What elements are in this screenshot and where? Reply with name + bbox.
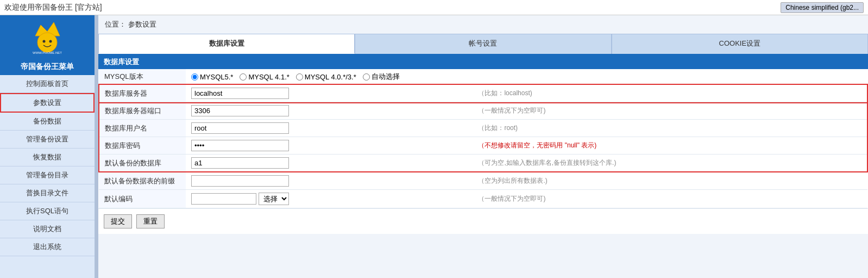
db-password-hint: （不想修改请留空，无密码用 "null" 表示) — [473, 137, 867, 155]
db-user-label: 数据库用户名 — [99, 120, 186, 137]
sidebar-item-manage-backup[interactable]: 管理备份设置 — [0, 131, 95, 149]
language-button[interactable]: Chinese simplified (gb2... — [781, 2, 864, 13]
db-host-row: 数据库服务器 （比如：localhost) — [99, 85, 867, 102]
db-password-label: 数据库密码 — [99, 137, 186, 155]
top-bar: 欢迎使用帝国备份王 [官方站] Chinese simplified (gb2.… — [0, 0, 868, 15]
db-port-input-cell — [186, 102, 473, 120]
db-password-input-cell — [186, 137, 473, 155]
page-title: 欢迎使用帝国备份王 [官方站] — [4, 3, 102, 13]
db-name-hint: （可为空,如输入数据库名,备份直接转到这个库.) — [473, 155, 867, 172]
sidebar-item-backup-dir[interactable]: 管理备份目录 — [0, 166, 95, 184]
charset-label: 默认编码 — [99, 190, 186, 208]
db-user-row: 数据库用户名 （比如：root) — [99, 120, 867, 137]
table-prefix-hint: （空为列出所有数据表.) — [473, 172, 867, 190]
mysql5-label: MYSQL5.* — [200, 73, 233, 81]
mysql-version-row: MYSQL版本 MYSQL5.* MYSQL 4.1.* — [99, 69, 867, 85]
table-prefix-input-cell — [186, 172, 473, 190]
db-port-input[interactable] — [191, 105, 289, 116]
submit-button[interactable]: 提交 — [104, 214, 132, 228]
mysql5-radio[interactable] — [191, 73, 198, 81]
sidebar-item-home[interactable]: 控制面板首页 — [0, 75, 95, 93]
db-password-row: 数据库密码 （不想修改请留空，无密码用 "null" 表示) — [99, 137, 867, 155]
layout: WWW.PHOME.NET 帝国备份王菜单 控制面板首页 参数设置 备份数据 管… — [0, 15, 868, 278]
form-area: 数据库设置 MYSQL版本 MYSQL5.* MYSQL — [98, 55, 868, 234]
submit-area: 提交 重置 — [98, 208, 868, 234]
sidebar-item-params[interactable]: 参数设置 — [0, 93, 95, 113]
charset-hint: （一般情况下为空即可) — [473, 190, 867, 208]
charset-select[interactable]: 选择 — [259, 193, 289, 205]
mysql-auto-label: 自动选择 — [372, 72, 400, 82]
db-password-input[interactable] — [191, 140, 289, 151]
sidebar-item-docs[interactable]: 说明文档 — [0, 220, 95, 238]
main-content: 位置： 参数设置 数据库设置 帐号设置 COOKIE设置 数据库设置 MYSQL… — [98, 15, 868, 278]
mysql41-option[interactable]: MYSQL 4.1.* — [240, 73, 289, 81]
table-prefix-input[interactable] — [191, 175, 289, 187]
mysql-version-radio-group: MYSQL5.* MYSQL 4.1.* MYSQL 4.0.*/3.* — [191, 72, 862, 82]
tab-account[interactable]: 帐号设置 — [355, 34, 611, 54]
mysql40-radio[interactable] — [296, 73, 303, 81]
svg-point-2 — [42, 40, 45, 42]
sidebar-menu-header: 帝国备份王菜单 — [0, 59, 95, 75]
db-host-hint: （比如：localhost) — [473, 85, 867, 102]
db-host-input-cell — [186, 85, 473, 102]
db-user-input[interactable] — [191, 122, 289, 134]
mysql-auto-radio[interactable] — [363, 73, 370, 81]
tab-cookie[interactable]: COOKIE设置 — [612, 34, 868, 54]
charset-row: 默认编码 选择 （一般情况下为空即可) — [99, 190, 867, 208]
section-header: 数据库设置 — [98, 55, 868, 69]
db-port-hint: （一般情况下为空即可) — [473, 102, 867, 120]
db-user-input-cell — [186, 120, 473, 137]
svg-text:WWW.PHOME.NET: WWW.PHOME.NET — [33, 51, 62, 54]
db-port-row: 数据库服务器端口 （一般情况下为空即可) — [99, 102, 867, 120]
mysql5-option[interactable]: MYSQL5.* — [191, 73, 233, 81]
sidebar-item-logout[interactable]: 退出系统 — [0, 238, 95, 256]
mysql-auto-option[interactable]: 自动选择 — [363, 72, 400, 82]
db-name-input-cell — [186, 155, 473, 172]
svg-point-1 — [37, 33, 57, 52]
breadcrumb-location: 参数设置 — [128, 20, 156, 28]
breadcrumb: 位置： 参数设置 — [98, 15, 868, 34]
sidebar-item-restore[interactable]: 恢复数据 — [0, 149, 95, 166]
db-name-input[interactable] — [191, 157, 289, 169]
sidebar-logo: WWW.PHOME.NET — [0, 15, 95, 59]
logo-icon: WWW.PHOME.NET — [30, 20, 65, 55]
sidebar-item-backup[interactable]: 备份数据 — [0, 113, 95, 131]
table-prefix-label: 默认备份数据表的前缀 — [99, 172, 186, 190]
sidebar-item-sql[interactable]: 执行SQL语句 — [0, 202, 95, 220]
table-prefix-row: 默认备份数据表的前缀 （空为列出所有数据表.) — [99, 172, 867, 190]
tab-database[interactable]: 数据库设置 — [98, 34, 355, 54]
sidebar-item-replace-files[interactable]: 普换目录文件 — [0, 184, 95, 202]
db-name-row: 默认备份的数据库 （可为空,如输入数据库名,备份直接转到这个库.) — [99, 155, 867, 172]
db-host-input[interactable] — [191, 88, 289, 99]
mysql-version-inputs: MYSQL5.* MYSQL 4.1.* MYSQL 4.0.*/3.* — [186, 69, 867, 85]
breadcrumb-prefix: 位置： — [105, 20, 126, 28]
db-user-hint: （比如：root) — [473, 120, 867, 137]
mysql41-label: MYSQL 4.1.* — [248, 73, 289, 81]
mysql40-label: MYSQL 4.0.*/3.* — [305, 73, 356, 81]
reset-button[interactable]: 重置 — [136, 214, 165, 228]
svg-point-3 — [49, 40, 52, 42]
charset-input-cell: 选择 — [186, 190, 473, 208]
mysql41-radio[interactable] — [240, 73, 247, 81]
db-name-label: 默认备份的数据库 — [99, 155, 186, 172]
form-table: MYSQL版本 MYSQL5.* MYSQL 4.1.* — [98, 69, 868, 208]
db-port-label: 数据库服务器端口 — [99, 102, 186, 120]
charset-input[interactable] — [191, 193, 256, 205]
tab-bar: 数据库设置 帐号设置 COOKIE设置 — [98, 34, 868, 55]
mysql40-option[interactable]: MYSQL 4.0.*/3.* — [296, 73, 356, 81]
mysql-version-label: MYSQL版本 — [99, 69, 186, 85]
db-host-label: 数据库服务器 — [99, 85, 186, 102]
sidebar: WWW.PHOME.NET 帝国备份王菜单 控制面板首页 参数设置 备份数据 管… — [0, 15, 95, 278]
